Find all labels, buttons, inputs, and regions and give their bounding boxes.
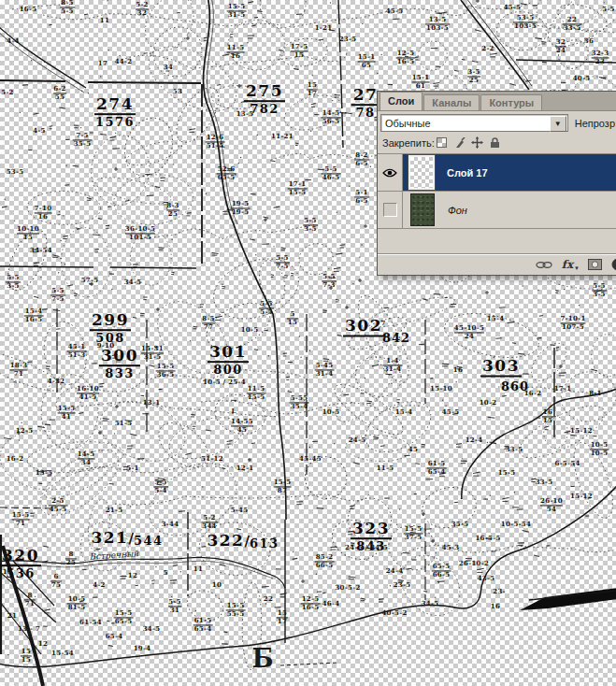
map-annotation: 4-5 <box>33 127 46 135</box>
map-annotation: 2233-5 <box>563 16 582 32</box>
tab-channels[interactable]: Каналы <box>423 94 480 110</box>
map-annotation: 15-5 <box>498 469 516 477</box>
visibility-toggle[interactable] <box>378 192 403 228</box>
map-annotation: 8-55-5 <box>60 0 75 16</box>
lock-all-icon[interactable] <box>488 136 503 150</box>
map-annotation: 5-57-3 <box>322 273 337 289</box>
opacity-label: Непрозр <box>575 118 615 129</box>
map-annotation: 7 <box>380 320 385 327</box>
map-annotation: 23-5 <box>339 36 357 43</box>
adjustment-layer-icon[interactable] <box>611 258 616 271</box>
compartment-label: 321/544 <box>91 529 163 547</box>
compartment-number: 302 <box>343 316 384 337</box>
panel-bottom-bar: fx▼ <box>378 253 616 275</box>
map-annotation: 61-54 <box>79 619 102 626</box>
map-annotation: 16-1041-5 <box>77 385 99 401</box>
map-annotation: 2-2 <box>481 45 494 52</box>
lock-position-icon[interactable] <box>470 136 485 150</box>
map-annotation: 16-5 <box>20 6 37 13</box>
map-annotation: 15-555-5 <box>226 602 246 618</box>
compartment-label: 2741576 <box>94 96 136 130</box>
layer-effects-icon[interactable]: fx▼ <box>562 258 579 271</box>
blend-mode-value: Обычные <box>385 118 431 129</box>
map-annotation: 34-54 <box>30 247 52 254</box>
map-annotation: 33-5 <box>506 446 523 453</box>
panel-tabbar: Слои Каналы Контуры <box>378 92 616 111</box>
map-annotation: 11-21 <box>271 133 294 140</box>
map-annotation: 51-5 <box>115 420 133 427</box>
map-annotation: 16-2 <box>7 455 24 463</box>
map-annotation: 1615 <box>542 408 553 424</box>
map-annotation: 52-665-5 <box>217 165 236 181</box>
map-annotation: 15-536-5 <box>156 363 176 379</box>
layers-list: Слой 17 Фон <box>378 153 616 229</box>
map-annotation: 10-5 / 25-4 <box>203 379 246 386</box>
map-annotation: 11 <box>100 17 109 24</box>
chevron-down-icon[interactable]: ▼ <box>550 116 566 132</box>
map-annotation: 34-5 <box>143 625 161 633</box>
map-annotation: 15-416-5 <box>24 307 44 323</box>
map-annotation: 10-1015 <box>17 225 39 241</box>
map-annotation: L <box>231 407 236 415</box>
document-canvas[interactable]: 2741576275782277829950830083330180030284… <box>0 0 616 686</box>
layer-name[interactable]: Слой 17 <box>447 167 488 179</box>
map-annotation: 16-2 <box>524 390 542 397</box>
map-annotation: 16 <box>453 366 463 374</box>
compartment-label: 2778 <box>351 87 380 121</box>
map-annotation: 35-5 <box>451 521 469 528</box>
eye-icon <box>382 168 397 178</box>
tab-paths[interactable]: Контуры <box>480 94 542 110</box>
map-annotation: 8-26-5 <box>354 151 369 167</box>
visibility-toggle[interactable] <box>378 154 403 191</box>
map-annotation: 5-5 <box>602 6 615 13</box>
map-annotation: 5-53-5 <box>303 217 318 233</box>
compartment-area: 842 <box>382 331 410 345</box>
map-annotation: 5-5535-4 <box>290 394 309 410</box>
map-annotation: 15-54 <box>51 650 74 657</box>
map-annotation: 8-1 <box>589 390 602 397</box>
map-annotation: 5-2 <box>1 89 14 96</box>
map-annotation: 5-546-5 <box>322 165 341 181</box>
map-annotation: 40-5-2 <box>381 609 407 617</box>
map-annotation: 21 <box>7 612 17 620</box>
map-annotation: 45 <box>408 446 418 453</box>
map-annotation: 21-5 <box>106 507 123 514</box>
tab-layers[interactable]: Слои <box>380 92 423 110</box>
map-annotation: 8-325 <box>166 202 179 218</box>
lock-transparency-icon[interactable] <box>435 136 450 150</box>
layer-row-background[interactable]: Фон <box>378 192 616 229</box>
compartment-label: 320536 <box>0 548 41 581</box>
map-annotation: 4-32 <box>48 378 65 385</box>
map-annotation: 11 <box>193 565 203 573</box>
map-annotation: 11-516 <box>227 44 245 60</box>
map-annotation: 1-431-4 <box>383 357 403 373</box>
map-annotation: 12-651-5 <box>206 134 225 150</box>
map-annotation: 36-10-5101-5 <box>125 225 155 241</box>
map-annotation: 15-3131-5 <box>141 345 164 361</box>
compartment-label: 322/613 <box>207 532 279 550</box>
blend-mode-select[interactable]: Обычные ▼ <box>380 114 568 132</box>
map-annotation: 61-565-4 <box>427 460 447 476</box>
map-annotation: 53-5103-5 <box>513 14 537 30</box>
map-annotation: 15-4 <box>395 408 413 416</box>
map-annotation: 515 <box>287 310 298 326</box>
map-annotation: 10-5-54 <box>501 521 531 528</box>
lock-label: Закрепить: <box>382 137 435 149</box>
layer-name[interactable]: Фон <box>448 205 467 216</box>
layer-thumbnail-checker[interactable] <box>410 157 433 188</box>
map-annotation: 3-44 <box>162 521 179 528</box>
layer-thumbnail-image[interactable] <box>411 194 434 225</box>
map-annotation: 34-5 <box>124 279 142 286</box>
link-layers-icon[interactable] <box>536 261 552 269</box>
map-annotation: 14-534 <box>78 450 95 466</box>
map-annotation: 53-5 <box>7 168 24 176</box>
lock-pixels-icon[interactable] <box>452 136 467 150</box>
map-annotation: 6-255 <box>53 85 66 101</box>
map-letter: Б <box>251 644 273 673</box>
map-annotation: 53 <box>173 88 182 95</box>
map-annotation: 15-4 <box>487 315 505 322</box>
layer-row-layer17[interactable]: Слой 17 <box>378 154 616 192</box>
map-annotation: 10 <box>212 581 222 589</box>
map-annotation: 7-10-1107-5 <box>560 315 585 331</box>
layer-mask-icon[interactable] <box>588 259 602 270</box>
